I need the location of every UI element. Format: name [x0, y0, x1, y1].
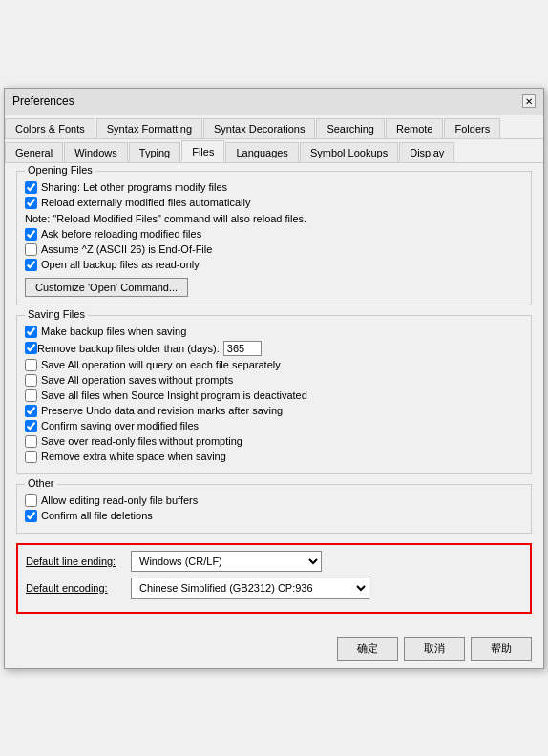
check-reload-modified: Reload externally modified files automat…: [25, 197, 523, 209]
other-content: Allow editing read-only file buffers Con…: [25, 494, 523, 522]
check-save-no-prompts: Save All operation saves without prompts: [25, 374, 523, 387]
tabs-row2: General Windows Typing Files Languages S…: [5, 139, 543, 163]
label-save-query: Save All operation will query on each fi…: [41, 359, 281, 370]
checkbox-save-readonly[interactable]: [25, 435, 37, 448]
check-confirm-deletions: Confirm all file deletions: [25, 510, 523, 522]
label-sharing: Sharing: Let other programs modify files: [41, 181, 227, 193]
checkbox-ask-reload[interactable]: [25, 228, 37, 241]
other-label: Other: [25, 477, 57, 489]
label-open-backup: Open all backup files as read-only: [41, 259, 200, 270]
bottom-buttons: 确定 取消 帮助: [5, 631, 543, 668]
other-section: Other Allow editing read-only file buffe…: [16, 484, 532, 534]
saving-files-section: Saving Files Make backup files when savi…: [16, 315, 532, 474]
tab-searching[interactable]: Searching: [316, 118, 385, 138]
checkbox-confirm-modified[interactable]: [25, 420, 37, 432]
check-confirm-modified: Confirm saving over modified files: [25, 420, 523, 432]
checkbox-save-deactivated[interactable]: [25, 389, 37, 402]
label-confirm-deletions: Confirm all file deletions: [41, 510, 153, 521]
check-open-backup: Open all backup files as read-only: [25, 259, 523, 271]
checkbox-open-backup[interactable]: [25, 259, 37, 271]
checkbox-remove-whitespace[interactable]: [25, 451, 37, 463]
checkbox-assume-ctrl-z[interactable]: [25, 243, 37, 256]
check-save-readonly: Save over read-only files without prompt…: [25, 435, 523, 448]
saving-files-label: Saving Files: [25, 308, 88, 320]
ok-button[interactable]: 确定: [337, 637, 398, 661]
check-assume-ctrl-z: Assume ^Z (ASCII 26) is End-Of-File: [25, 243, 523, 256]
check-ask-before-reload: Ask before reloading modified files: [25, 228, 523, 241]
tab-folders[interactable]: Folders: [444, 118, 500, 138]
preferences-window: Preferences ✕ Colors & Fonts Syntax Form…: [4, 88, 544, 669]
checkbox-save-query[interactable]: [25, 359, 37, 371]
label-assume-ctrl-z: Assume ^Z (ASCII 26) is End-Of-File: [41, 243, 212, 255]
checkbox-reload-modified[interactable]: [25, 197, 37, 209]
tab-files[interactable]: Files: [181, 140, 224, 162]
encoding-row: Default encoding: Chinese Simplified (GB…: [26, 578, 522, 598]
check-remove-whitespace: Remove extra white space when saving: [25, 451, 523, 463]
label-remove-backup: Remove backup files older than (days):: [37, 343, 220, 354]
opening-files-section: Opening Files Sharing: Let other program…: [16, 171, 532, 305]
opening-files-content: Sharing: Let other programs modify files…: [25, 181, 523, 297]
checkbox-remove-backup[interactable]: [25, 342, 37, 354]
line-ending-row: Default line ending: Windows (CR/LF) Uni…: [26, 551, 522, 572]
checkbox-allow-editing[interactable]: [25, 494, 37, 507]
label-save-readonly: Save over read-only files without prompt…: [41, 435, 242, 447]
check-save-query: Save All operation will query on each fi…: [25, 359, 523, 371]
label-save-deactivated: Save all files when Source Insight progr…: [41, 389, 307, 401]
tab-display[interactable]: Display: [399, 142, 454, 162]
label-save-no-prompts: Save All operation saves without prompts: [41, 374, 233, 386]
tab-symbol-lookups[interactable]: Symbol Lookups: [300, 142, 398, 162]
close-button[interactable]: ✕: [522, 94, 536, 108]
customize-open-btn[interactable]: Customize 'Open' Command...: [25, 278, 188, 297]
opening-files-label: Opening Files: [25, 164, 95, 176]
check-allow-editing: Allow editing read-only file buffers: [25, 494, 523, 507]
check-preserve-undo: Preserve Undo data and revision marks af…: [25, 405, 523, 417]
line-ending-select[interactable]: Windows (CR/LF) Unix (LF) Mac (CR): [131, 551, 322, 572]
saving-files-content: Make backup files when saving Remove bac…: [25, 326, 523, 463]
checkbox-preserve-undo[interactable]: [25, 405, 37, 417]
label-reload-modified: Reload externally modified files automat…: [41, 197, 251, 208]
defaults-section: Default line ending: Windows (CR/LF) Uni…: [16, 543, 532, 614]
tab-syntax-formatting[interactable]: Syntax Formatting: [96, 118, 202, 138]
checkbox-confirm-deletions[interactable]: [25, 510, 37, 522]
checkbox-sharing[interactable]: [25, 181, 37, 194]
label-ask-reload: Ask before reloading modified files: [41, 228, 201, 240]
checkbox-save-no-prompts[interactable]: [25, 374, 37, 387]
check-remove-backup: Remove backup files older than (days):: [25, 341, 523, 356]
days-input[interactable]: [223, 341, 262, 356]
check-sharing: Sharing: Let other programs modify files: [25, 181, 523, 194]
reload-note: Note: "Reload Modified Files" command wi…: [25, 213, 523, 224]
tab-colors-fonts[interactable]: Colors & Fonts: [5, 118, 95, 138]
help-button[interactable]: 帮助: [471, 637, 532, 661]
window-title: Preferences: [12, 94, 74, 108]
encoding-select[interactable]: Chinese Simplified (GB2312) CP:936 UTF-8…: [131, 578, 369, 598]
cancel-button[interactable]: 取消: [404, 637, 465, 661]
tab-syntax-decorations[interactable]: Syntax Decorations: [203, 118, 315, 138]
line-ending-label: Default line ending:: [26, 556, 131, 567]
label-make-backup: Make backup files when saving: [41, 326, 186, 337]
title-bar: Preferences ✕: [5, 89, 543, 116]
tab-languages[interactable]: Languages: [225, 142, 298, 162]
label-confirm-modified: Confirm saving over modified files: [41, 420, 199, 431]
checkbox-make-backup[interactable]: [25, 326, 37, 338]
label-preserve-undo: Preserve Undo data and revision marks af…: [41, 405, 283, 416]
check-save-deactivated: Save all files when Source Insight progr…: [25, 389, 523, 402]
tab-typing[interactable]: Typing: [129, 142, 180, 162]
label-remove-whitespace: Remove extra white space when saving: [41, 451, 226, 462]
tabs-row1: Colors & Fonts Syntax Formatting Syntax …: [5, 116, 543, 139]
encoding-label: Default encoding:: [26, 582, 131, 594]
label-allow-editing: Allow editing read-only file buffers: [41, 494, 198, 506]
tab-windows[interactable]: Windows: [64, 142, 128, 162]
content-area: Opening Files Sharing: Let other program…: [5, 163, 543, 631]
tab-remote[interactable]: Remote: [386, 118, 444, 138]
check-make-backup: Make backup files when saving: [25, 326, 523, 338]
tab-general[interactable]: General: [5, 142, 63, 162]
